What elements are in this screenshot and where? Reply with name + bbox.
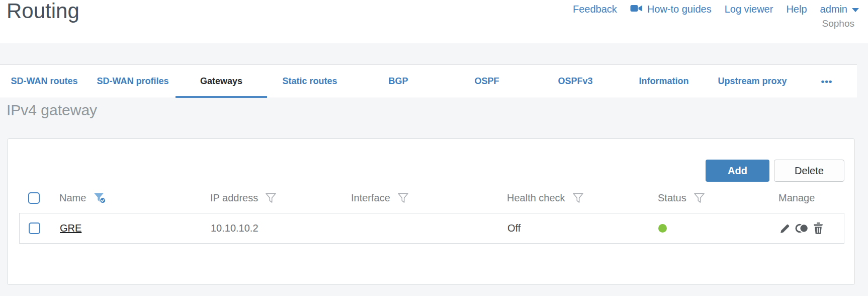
table-header-row: Name IP address Interfac <box>19 187 844 209</box>
gateway-ip-address: 10.10.10.2 <box>201 223 341 234</box>
tab-information[interactable]: Information <box>620 65 708 98</box>
tab-sd-wan-profiles[interactable]: SD-WAN profiles <box>89 65 177 98</box>
video-camera-icon <box>630 4 643 15</box>
gateway-health-check: Off <box>497 223 648 234</box>
top-header: Routing Feedback How-to guides Log viewe… <box>0 0 868 43</box>
tab-bgp[interactable]: BGP <box>354 65 443 98</box>
page-title: Routing <box>7 0 79 23</box>
add-button[interactable]: Add <box>706 160 769 182</box>
help-link[interactable]: Help <box>786 4 807 15</box>
gateway-table: Name IP address Interfac <box>19 187 844 244</box>
header-nav: Feedback How-to guides Log viewer Help a… <box>573 4 859 15</box>
column-status: Status <box>658 192 686 204</box>
status-filter-icon[interactable] <box>693 193 705 203</box>
status-up-indicator <box>658 224 667 233</box>
section-title: IPv4 gateway <box>7 102 97 119</box>
column-ip-address: IP address <box>210 192 258 204</box>
tab-sd-wan-routes[interactable]: SD-WAN routes <box>0 65 89 98</box>
toolbar: Add Delete <box>706 160 844 182</box>
tab-ospfv3[interactable]: OSPFv3 <box>531 65 620 98</box>
interface-filter-icon[interactable] <box>397 193 409 203</box>
table-row: GRE 10.10.10.2 Off <box>19 213 844 244</box>
tab-static-routes[interactable]: Static routes <box>266 65 354 98</box>
column-manage: Manage <box>778 192 815 204</box>
delete-trash-icon[interactable] <box>813 222 824 235</box>
tab-ospf[interactable]: OSPF <box>443 65 531 98</box>
manage-actions <box>769 222 844 235</box>
tab-gateways[interactable]: Gateways <box>177 65 266 98</box>
gateway-name-link[interactable]: GRE <box>60 223 81 234</box>
column-name: Name <box>59 192 86 204</box>
feedback-link[interactable]: Feedback <box>573 4 617 15</box>
health-check-filter-icon[interactable] <box>572 193 584 203</box>
row-checkbox[interactable] <box>29 223 40 234</box>
select-all-checkbox[interactable] <box>28 192 40 204</box>
brand-label: Sophos <box>822 18 854 29</box>
tab-upstream-proxy[interactable]: Upstream proxy <box>708 65 797 98</box>
tab-bar: SD-WAN routes SD-WAN profiles Gateways S… <box>0 64 857 98</box>
admin-menu[interactable]: admin <box>820 4 859 15</box>
column-interface: Interface <box>351 192 390 204</box>
name-filter-active-icon[interactable] <box>93 192 107 204</box>
delete-button[interactable]: Delete <box>774 160 844 182</box>
edit-pencil-icon[interactable] <box>779 222 792 235</box>
ip-address-filter-icon[interactable] <box>265 193 277 203</box>
gateway-card: Add Delete Name IP address <box>7 138 855 285</box>
chevron-down-icon <box>852 8 859 12</box>
howto-guides-link[interactable]: How-to guides <box>630 4 712 15</box>
more-tabs-icon[interactable]: ••• <box>797 65 857 98</box>
log-viewer-link[interactable]: Log viewer <box>725 4 773 15</box>
column-health-check: Health check <box>507 192 565 204</box>
clone-status-icon[interactable] <box>795 223 809 234</box>
